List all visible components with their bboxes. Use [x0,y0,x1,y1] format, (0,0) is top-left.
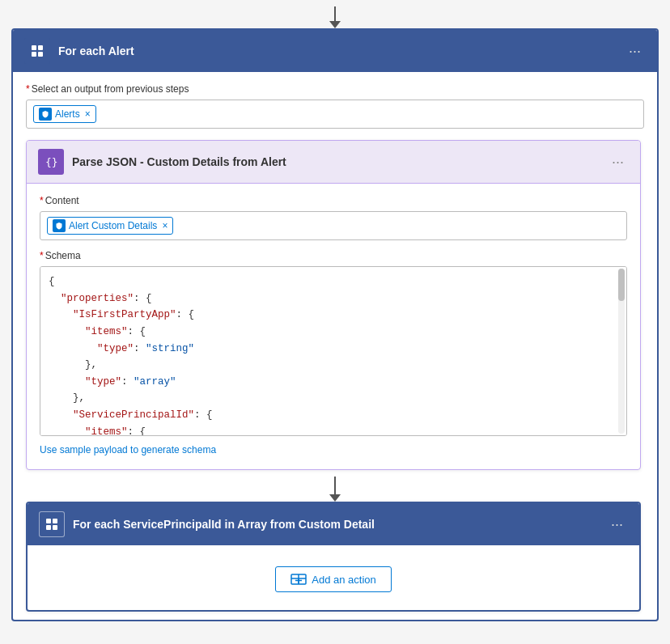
schema-label: *Schema [40,250,627,261]
foreach-icon-svg [30,44,45,58]
parse-json-body: *Content Alert Custom Details × [27,184,640,469]
outer-foreach-card: For each Alert ··· *Select an output fro… [11,28,659,621]
alerts-token-close[interactable]: × [85,109,91,119]
add-action-icon-svg [290,573,307,586]
svg-rect-2 [32,52,36,57]
content-field[interactable]: Alert Custom Details × [40,211,627,240]
add-action-button[interactable]: Add an action [275,566,392,592]
alerts-token-label: Alerts [55,108,80,120]
schema-editor[interactable]: { "properties": { "IsFirstPartyApp": { "… [40,266,627,436]
content-label: *Content [40,195,627,206]
inner-foreach-header: For each ServicePrincipalId in Array fro… [28,503,639,545]
connector-arrowhead [329,494,341,502]
connector-line [334,477,336,494]
svg-rect-3 [38,52,43,57]
connector-arrow [26,477,644,502]
alert-custom-details-token: Alert Custom Details × [47,217,173,235]
inner-foreach-icon [39,511,65,537]
schema-scrollbar-thumb[interactable] [618,269,625,301]
parse-json-more-btn[interactable]: ··· [607,152,629,172]
inner-foreach-card: For each ServicePrincipalId in Array fro… [26,502,641,612]
svg-rect-1 [38,45,43,50]
inner-foreach-more-btn[interactable]: ··· [606,515,628,535]
inner-foreach-icon-svg [45,517,59,532]
inner-foreach-body: Add an action [28,545,639,610]
outer-foreach-header: For each Alert ··· [13,30,657,72]
inner-foreach-title: For each ServicePrincipalId in Array fro… [73,518,606,531]
alert-custom-details-label: Alert Custom Details [69,220,157,231]
shield-icon-2 [55,222,63,230]
schema-scrollbar-track [618,269,625,434]
parse-json-title: Parse JSON - Custom Details from Alert [72,155,607,168]
sample-payload-link[interactable]: Use sample payload to generate schema [40,444,216,455]
alert-custom-details-close[interactable]: × [162,221,168,231]
alerts-token: Alerts × [33,105,96,123]
svg-rect-0 [32,45,36,50]
parse-json-icon: {} [38,149,64,175]
code-braces-icon: {} [44,155,58,169]
alerts-token-icon [39,108,52,121]
svg-rect-6 [53,519,57,523]
top-arrow [329,6,341,28]
shield-icon [41,110,49,118]
canvas: For each Alert ··· *Select an output fro… [0,0,670,644]
outer-foreach-title: For each Alert [58,44,624,57]
parse-json-card: {} Parse JSON - Custom Details from Aler… [26,140,641,470]
select-output-field[interactable]: Alerts × [26,100,644,129]
parse-json-header: {} Parse JSON - Custom Details from Aler… [27,141,640,184]
schema-code: { "properties": { "IsFirstPartyApp": { "… [49,273,618,436]
outer-foreach-more-btn[interactable]: ··· [624,41,646,61]
svg-rect-8 [53,525,57,530]
required-mark: * [26,83,30,95]
outer-foreach-body: *Select an output from previous steps Al… [13,72,657,620]
select-output-label: *Select an output from previous steps [26,83,644,95]
svg-text:{}: {} [45,156,58,168]
svg-rect-5 [46,519,51,523]
alert-custom-details-icon [53,219,66,232]
svg-rect-7 [46,525,51,530]
add-action-icon [290,573,307,586]
parse-json-wrapper: {} Parse JSON - Custom Details from Aler… [26,140,644,470]
add-action-label: Add an action [312,574,376,586]
foreach-icon [24,38,50,64]
